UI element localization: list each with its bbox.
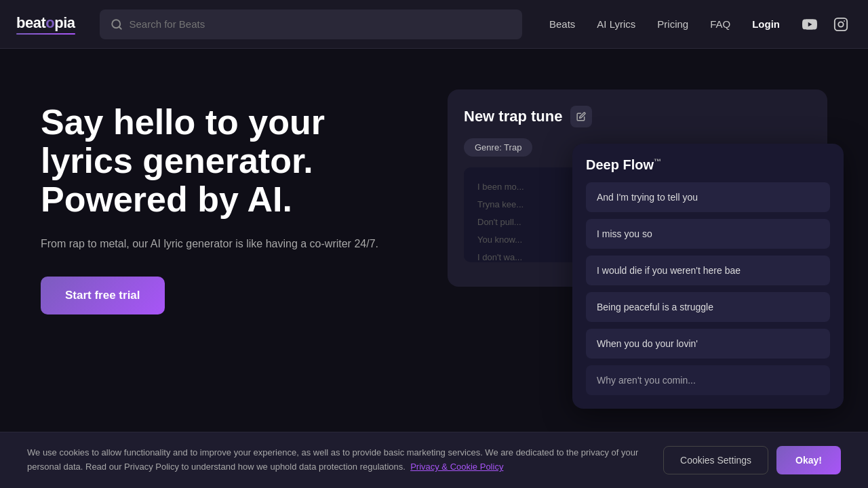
instagram-icon[interactable]	[830, 14, 852, 35]
nav-links: Beats AI Lyrics Pricing FAQ Login	[549, 18, 780, 30]
main-content: Say hello to your lyrics generator. Powe…	[0, 49, 868, 434]
demo-card-header: New trap tune	[464, 106, 811, 127]
logo[interactable]: beatopia	[16, 14, 75, 35]
genre-tag[interactable]: Genre: Trap	[464, 138, 532, 157]
cookie-banner: We use cookies to allow functionality an…	[0, 432, 868, 488]
nav-login[interactable]: Login	[752, 18, 780, 30]
cookie-actions: Cookies Settings Okay!	[663, 446, 841, 474]
privacy-policy-link[interactable]: Privacy & Cookie Policy	[410, 462, 503, 472]
demo-card: New trap tune Genre: Trap I been mo... T…	[448, 89, 827, 287]
youtube-icon[interactable]	[799, 14, 821, 35]
deep-flow-title: Deep Flow™	[586, 157, 830, 173]
lyric-option-1[interactable]: I miss you so	[586, 219, 830, 249]
cookie-settings-button[interactable]: Cookies Settings	[663, 446, 768, 474]
lyric-option-3[interactable]: Being peaceful is a struggle	[586, 292, 830, 322]
hero-title-line1: Say hello to your	[41, 102, 325, 142]
lyric-option-2[interactable]: I would die if you weren't here bae	[586, 256, 830, 285]
logo-underline	[16, 33, 75, 35]
svg-point-3	[838, 22, 843, 26]
hero-title-line3: Powered by AI.	[41, 180, 292, 219]
nav-ai-lyrics[interactable]: AI Lyrics	[597, 18, 635, 30]
nav-beats[interactable]: Beats	[549, 18, 575, 30]
navbar: beatopia Beats AI Lyrics Pricing FAQ Log…	[0, 0, 868, 49]
start-free-trial-button[interactable]: Start free trial	[41, 277, 165, 314]
lyric-option-5[interactable]: Why aren't you comin...	[586, 365, 830, 395]
hero-subtitle: From rap to metal, our AI lyric generato…	[41, 236, 420, 252]
search-icon	[111, 18, 123, 30]
hero-section: Say hello to your lyrics generator. Powe…	[41, 89, 420, 314]
hero-title-line2: lyrics generator.	[41, 141, 313, 180]
svg-point-4	[844, 20, 845, 22]
nav-social-icons	[799, 14, 852, 35]
search-input[interactable]	[130, 18, 511, 30]
deep-flow-panel: Deep Flow™ And I'm trying to tell you I …	[572, 144, 844, 409]
edit-title-button[interactable]	[570, 106, 592, 127]
search-bar[interactable]	[100, 9, 522, 39]
hero-title: Say hello to your lyrics generator. Powe…	[41, 103, 420, 220]
cookie-okay-button[interactable]: Okay!	[776, 446, 841, 474]
cookie-text: We use cookies to allow functionality an…	[27, 446, 650, 474]
svg-line-1	[119, 26, 121, 28]
lyric-option-0[interactable]: And I'm trying to tell you	[586, 182, 830, 212]
logo-text: beatopia	[16, 14, 75, 32]
demo-card-title: New trap tune	[464, 108, 562, 125]
nav-pricing[interactable]: Pricing	[657, 18, 688, 30]
nav-faq[interactable]: FAQ	[710, 18, 730, 30]
lyric-option-4[interactable]: When you do your lovin'	[586, 329, 830, 359]
svg-rect-2	[835, 18, 847, 30]
